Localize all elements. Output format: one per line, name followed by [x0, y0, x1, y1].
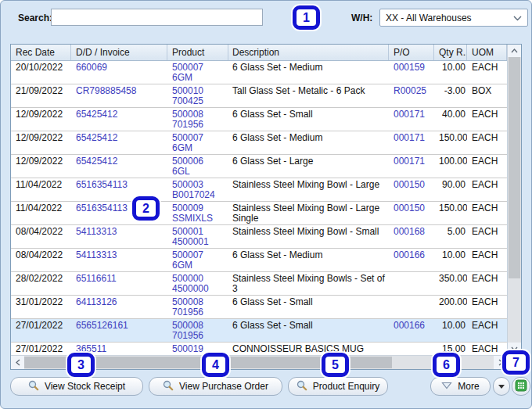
- table-row[interactable]: 11/04/2022 6516354113 500009 SSMIXLS Sta…: [11, 202, 507, 225]
- scroll-left-icon[interactable]: [11, 356, 24, 369]
- invoice-link[interactable]: 65425412: [71, 155, 167, 178]
- table-row[interactable]: 31/01/2022 64113126 500008 701956 6 Glas…: [11, 296, 507, 319]
- warehouse-dropdown-value: XX - All Warehouses: [386, 13, 472, 23]
- product-link[interactable]: 500008 701956: [167, 296, 228, 318]
- view-stock-receipt-button[interactable]: View Stock Receipt: [10, 377, 143, 396]
- po-link[interactable]: 000166: [389, 319, 434, 342]
- qty-cell: 150.00: [434, 131, 467, 154]
- annotation-callout-7: 7: [502, 350, 530, 375]
- uom-cell: BOX: [467, 84, 507, 107]
- invoice-link[interactable]: CR798885458: [71, 84, 167, 107]
- po-link[interactable]: 000171: [389, 108, 434, 131]
- description-cell: Stainless Steel Mixing Bowls - Set of 3: [228, 272, 389, 295]
- column-header[interactable]: Product: [167, 45, 228, 60]
- chevron-down-icon: [513, 13, 522, 23]
- search-label: Search:: [18, 13, 52, 23]
- product-link[interactable]: 500006 6GL: [167, 155, 228, 178]
- table-row[interactable]: 11/04/2022 6516354113 500003 B0017024 St…: [11, 178, 507, 202]
- po-link[interactable]: R00025: [389, 84, 434, 107]
- description-cell: 6 Glass Set - Large: [228, 155, 389, 178]
- uom-cell: EACH: [467, 319, 507, 342]
- invoice-link[interactable]: 6565126161: [71, 319, 167, 342]
- po-link[interactable]: [389, 296, 434, 318]
- rec-date-cell: 11/04/2022: [11, 202, 71, 224]
- product-enquiry-button[interactable]: Product Enquiry: [288, 377, 388, 396]
- vertical-scrollbar[interactable]: [507, 45, 521, 355]
- rec-date-cell: 27/01/2022: [11, 343, 71, 355]
- rec-date-cell: 12/09/2022: [11, 155, 71, 178]
- scroll-up-icon[interactable]: [508, 45, 521, 57]
- more-split-button[interactable]: [493, 377, 510, 396]
- table-row[interactable]: 27/01/2022 6565126161 500008 701956 6 Gl…: [11, 319, 507, 343]
- po-link[interactable]: 000168: [389, 225, 434, 248]
- product-enquiry-label: Product Enquiry: [313, 381, 379, 392]
- po-link[interactable]: 000150: [389, 202, 434, 224]
- vertical-scroll-track[interactable]: [508, 57, 521, 343]
- annotation-callout-6: 6: [433, 353, 460, 377]
- qty-cell: 10.00: [434, 249, 467, 271]
- invoice-link[interactable]: 65425412: [71, 108, 167, 131]
- invoice-link[interactable]: 54113313: [71, 249, 167, 271]
- column-header[interactable]: UOM: [467, 45, 507, 60]
- product-link[interactable]: 500000 4500000: [167, 272, 228, 295]
- more-button[interactable]: More: [430, 377, 491, 396]
- table-row[interactable]: 21/09/2022 CR798885458 500010 700425 Tal…: [11, 84, 507, 108]
- po-link[interactable]: 000166: [389, 249, 434, 271]
- po-link[interactable]: 000171: [389, 131, 434, 154]
- table-row[interactable]: 20/10/2022 660069 500007 6GM 6 Glass Set…: [11, 61, 507, 84]
- product-link[interactable]: 500001 4500001: [167, 225, 228, 248]
- description-cell: Tall Glass Set - Metalic - 6 Pack: [228, 84, 389, 107]
- table-row[interactable]: 12/09/2022 65425412 500008 701956 6 Glas…: [11, 108, 507, 131]
- product-link[interactable]: 500009 SSMIXLS: [167, 202, 228, 224]
- po-link[interactable]: 000159: [389, 61, 434, 84]
- search-input[interactable]: [51, 9, 263, 26]
- table-row[interactable]: 28/02/2022 65116611 500000 4500000 Stain…: [11, 272, 507, 296]
- rec-date-cell: 12/09/2022: [11, 131, 71, 154]
- invoice-link[interactable]: 65116611: [71, 272, 167, 295]
- more-label: More: [458, 381, 479, 392]
- uom-cell: EACH: [467, 225, 507, 248]
- description-cell: 6 Glass Set - Medium: [228, 61, 389, 84]
- po-link[interactable]: [389, 272, 434, 295]
- invoice-link[interactable]: 65425412: [71, 131, 167, 154]
- vertical-scroll-thumb[interactable]: [509, 57, 520, 278]
- column-header[interactable]: Description: [228, 45, 389, 60]
- product-link[interactable]: 500008 701956: [167, 108, 228, 131]
- uom-cell: EACH: [467, 343, 507, 355]
- product-link[interactable]: 500007 6GM: [167, 61, 228, 84]
- product-link[interactable]: 500007 6GM: [167, 249, 228, 271]
- column-header[interactable]: P/O: [389, 45, 434, 60]
- horizontal-scroll-track[interactable]: [24, 356, 494, 369]
- column-header[interactable]: Rec Date: [11, 45, 71, 60]
- magnifier-icon: [297, 380, 307, 393]
- table-header-row: Rec DateD/D / InvoiceProductDescriptionP…: [11, 45, 507, 61]
- invoice-link[interactable]: 660069: [71, 61, 167, 84]
- column-header[interactable]: Qty R...: [434, 45, 467, 60]
- invoice-link[interactable]: 54113313: [71, 225, 167, 248]
- uom-cell: EACH: [467, 296, 507, 318]
- magnifier-icon: [163, 380, 174, 393]
- qty-cell: 90.00: [434, 178, 467, 201]
- table-row[interactable]: 12/09/2022 65425412 500006 6GL 6 Glass S…: [11, 155, 507, 178]
- description-cell: 6 Glass Set - Medium: [228, 249, 389, 271]
- qty-cell: 10.00: [434, 61, 467, 84]
- product-link[interactable]: 500008 701956: [167, 319, 228, 342]
- warehouse-dropdown[interactable]: XX - All Warehouses: [379, 9, 528, 27]
- view-purchase-order-label: View Purchase Order: [179, 381, 268, 392]
- product-link[interactable]: 500003 B0017024: [167, 178, 228, 201]
- annotation-callout-2: 2: [132, 196, 160, 221]
- rec-date-cell: 08/04/2022: [11, 249, 71, 271]
- description-cell: CONNOISSEUR BASICS MUG: [228, 343, 389, 355]
- po-link[interactable]: [389, 343, 434, 355]
- table-row[interactable]: 08/04/2022 54113313 500001 4500001 Stain…: [11, 225, 507, 249]
- invoice-link[interactable]: 64113126: [71, 296, 167, 318]
- product-link[interactable]: 500007 6GM: [167, 131, 228, 154]
- po-link[interactable]: 000150: [389, 178, 434, 201]
- export-to-excel-button[interactable]: [512, 377, 530, 396]
- product-link[interactable]: 500010 700425: [167, 84, 228, 107]
- column-header[interactable]: D/D / Invoice: [71, 45, 167, 60]
- table-row[interactable]: 12/09/2022 65425412 500007 6GM 6 Glass S…: [11, 131, 507, 155]
- po-link[interactable]: 000171: [389, 155, 434, 178]
- view-purchase-order-button[interactable]: View Purchase Order: [149, 377, 282, 396]
- table-row[interactable]: 08/04/2022 54113313 500007 6GM 6 Glass S…: [11, 249, 507, 272]
